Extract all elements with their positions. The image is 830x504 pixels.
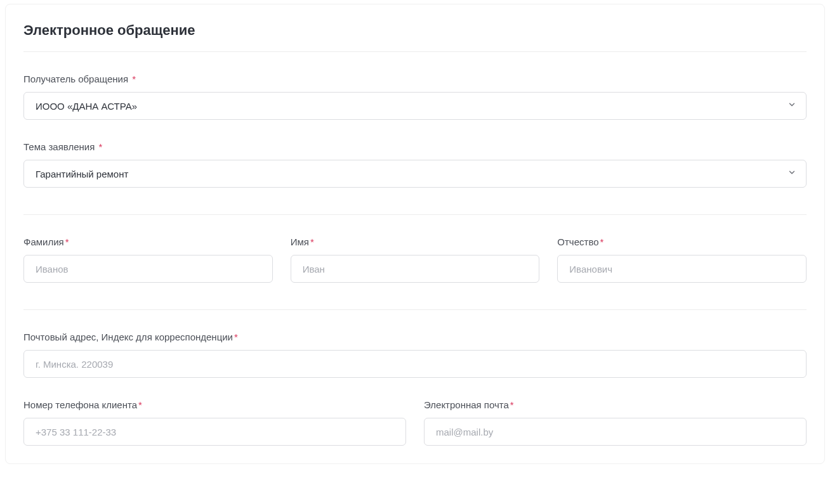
form-card: Электронное обращение Получатель обращен…	[5, 4, 825, 464]
postal-label-text: Почтовый адрес, Индекс для корреспонденц…	[23, 332, 233, 342]
phone-label-text: Номер телефона клиента	[23, 399, 137, 410]
recipient-label: Получатель обращения *	[23, 74, 807, 84]
section-divider	[23, 309, 807, 310]
required-marker: *	[310, 236, 314, 247]
subject-section: Тема заявления * Гарантийный ремонт	[23, 141, 807, 188]
required-marker: *	[138, 399, 142, 410]
last-name-input[interactable]	[23, 255, 273, 283]
section-divider	[23, 214, 807, 215]
first-name-input[interactable]	[291, 255, 540, 283]
phone-field: Номер телефона клиента*	[23, 399, 406, 446]
last-name-label: Фамилия*	[23, 236, 273, 247]
first-name-label-text: Имя	[291, 236, 309, 247]
postal-section: Почтовый адрес, Индекс для корреспонденц…	[23, 332, 807, 378]
patronymic-label-text: Отчество	[557, 236, 598, 247]
recipient-select[interactable]: ИООО «ДАНА АСТРА»	[23, 92, 807, 120]
patronymic-field: Отчество*	[557, 236, 807, 283]
phone-label: Номер телефона клиента*	[23, 399, 406, 410]
first-name-field: Имя*	[291, 236, 540, 283]
page-title: Электронное обращение	[23, 4, 807, 52]
name-row: Фамилия* Имя* Отчество*	[23, 236, 807, 283]
email-field: Электронная почта*	[424, 399, 807, 446]
required-marker: *	[65, 236, 69, 247]
required-marker: *	[510, 399, 514, 410]
last-name-label-text: Фамилия	[23, 236, 64, 247]
patronymic-label: Отчество*	[557, 236, 807, 247]
recipient-section: Получатель обращения * ИООО «ДАНА АСТРА»	[23, 52, 807, 120]
subject-select[interactable]: Гарантийный ремонт	[23, 160, 807, 188]
subject-label: Тема заявления *	[23, 141, 807, 152]
first-name-label: Имя*	[291, 236, 540, 247]
required-marker: *	[96, 141, 102, 152]
required-marker: *	[234, 332, 238, 342]
postal-label: Почтовый адрес, Индекс для корреспонденц…	[23, 332, 807, 342]
email-label-text: Электронная почта	[424, 399, 509, 410]
email-input[interactable]	[424, 418, 807, 446]
patronymic-input[interactable]	[557, 255, 807, 283]
required-marker: *	[600, 236, 604, 247]
last-name-field: Фамилия*	[23, 236, 273, 283]
subject-label-text: Тема заявления	[23, 141, 95, 152]
required-marker: *	[129, 74, 136, 84]
phone-input[interactable]	[23, 418, 406, 446]
postal-input[interactable]	[23, 350, 807, 378]
email-label: Электронная почта*	[424, 399, 807, 410]
recipient-label-text: Получатель обращения	[23, 74, 128, 84]
contact-row: Номер телефона клиента* Электронная почт…	[23, 399, 807, 446]
